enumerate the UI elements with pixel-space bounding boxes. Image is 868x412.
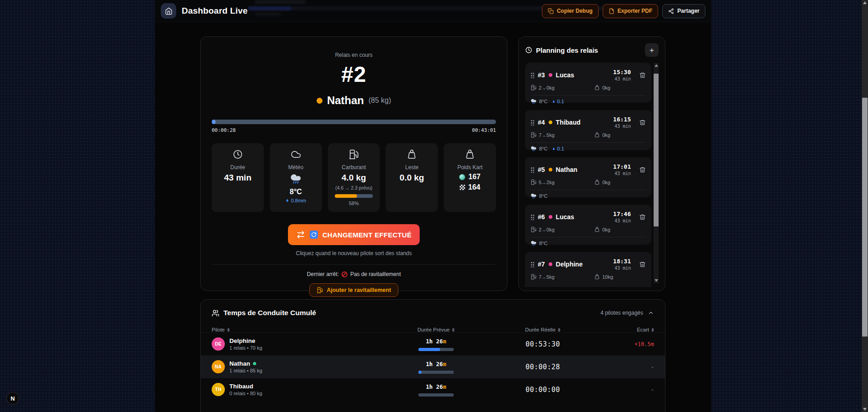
relay-duration: 43 min bbox=[613, 171, 631, 176]
add-refuel-button[interactable]: Ajouter le ravitaillement bbox=[309, 283, 398, 297]
droplet-icon bbox=[285, 198, 289, 203]
relay-rain: 0.1 bbox=[557, 99, 564, 104]
rain-cloud-icon bbox=[290, 173, 302, 185]
main-content: Relais en cours #2 Nathan (85 kg) 00:00:… bbox=[200, 36, 665, 412]
nextjs-logo: N bbox=[10, 395, 15, 402]
rain-cloud-icon bbox=[531, 98, 537, 105]
relay-temp: 8°C bbox=[539, 241, 547, 246]
clock-icon bbox=[525, 46, 532, 54]
column-planned[interactable]: Durée Prévue bbox=[391, 327, 481, 332]
export-pdf-label: Exporter PDF bbox=[618, 8, 653, 14]
fuel-forecast: (4.6 → 2.3 prévu) bbox=[331, 185, 377, 191]
delete-relay-button[interactable] bbox=[639, 166, 646, 173]
table-header: Pilote Durée Prévue Durée Réelle Écart bbox=[212, 327, 654, 332]
relay-temp: 8°C bbox=[539, 193, 547, 199]
scroll-up-arrow-icon[interactable] bbox=[863, 1, 867, 4]
users-icon bbox=[212, 309, 219, 317]
relay-ballast: 0kg bbox=[602, 132, 610, 138]
add-relay-button[interactable]: + bbox=[645, 43, 659, 57]
cumulative-time-card: Temps de Conduite Cumulé 4 pilotes engag… bbox=[200, 299, 665, 412]
planned-unit: m bbox=[443, 383, 446, 390]
ball-icon bbox=[459, 174, 465, 180]
relay-start-time: 17:01 bbox=[613, 163, 631, 170]
delete-relay-button[interactable] bbox=[639, 72, 646, 79]
sort-icon bbox=[227, 328, 230, 332]
live-indicator-dot bbox=[253, 362, 256, 365]
scroll-down-arrow-icon[interactable] bbox=[863, 408, 867, 411]
relay-start-time: 18:31 bbox=[613, 258, 631, 265]
delete-relay-button[interactable] bbox=[639, 214, 646, 221]
cycle-icon bbox=[310, 231, 318, 239]
section-title: Temps de Conduite Cumulé bbox=[223, 309, 316, 317]
avatar: DE bbox=[212, 337, 225, 351]
relay-number: #2 bbox=[212, 62, 496, 87]
divider bbox=[212, 264, 496, 265]
relay-number: #6 bbox=[538, 213, 545, 221]
relay-driver: Lucas bbox=[556, 71, 574, 79]
rain-cloud-icon bbox=[531, 240, 537, 246]
planned-progress-fill bbox=[418, 348, 440, 351]
pilot-sub: 1 relais • 85 kg bbox=[229, 368, 262, 373]
trash-icon bbox=[639, 72, 646, 79]
tile-poids-kart: Poids Kart 167 164 bbox=[444, 143, 496, 212]
relay-item: #7 Delphine 18:31 43 min 7→5kg 10kg bbox=[525, 252, 651, 287]
fuel-pump-icon bbox=[531, 274, 536, 280]
relay-item: #4 Thibaud 16:15 43 min 7→5kg 0kg bbox=[525, 110, 651, 150]
panel-scrollbar[interactable] bbox=[654, 63, 659, 283]
fuel-percent: 58% bbox=[331, 201, 377, 206]
cloud-icon bbox=[291, 149, 301, 160]
scroll-up-arrow-icon[interactable] bbox=[655, 64, 658, 67]
scrollbar-thumb[interactable] bbox=[654, 74, 659, 226]
column-pilot[interactable]: Pilote bbox=[212, 327, 391, 332]
drag-handle-icon[interactable] bbox=[531, 119, 534, 126]
content-column: Dashboard Live Copier Debug Exporter PDF… bbox=[155, 0, 711, 412]
table-row: DE Delphine 1 relais • 70 kg 1h 26m 00:5… bbox=[201, 332, 665, 355]
nextjs-dev-badge[interactable]: N bbox=[6, 392, 19, 405]
change-done-button[interactable]: CHANGEMENT EFFECTUÉ bbox=[288, 224, 420, 245]
table-row: NA Nathan 1 relais • 85 kg 1h 26m 00:00:… bbox=[201, 355, 665, 378]
drag-handle-icon[interactable] bbox=[531, 214, 534, 220]
column-actual[interactable]: Durée Réelle bbox=[481, 327, 604, 332]
relay-item: #5 Nathan 17:01 43 min 5→2kg 0kg bbox=[525, 157, 651, 197]
actual-duration: 00:53:30 bbox=[481, 340, 604, 348]
tile-duree: Durée 43 min bbox=[212, 143, 264, 212]
planned-unit: m bbox=[443, 338, 446, 345]
driver-color-dot bbox=[549, 262, 552, 266]
home-button[interactable] bbox=[161, 3, 176, 19]
gap-value: - bbox=[604, 387, 654, 393]
drag-handle-icon[interactable] bbox=[531, 166, 534, 173]
relay-ballast: 0kg bbox=[602, 227, 610, 232]
drag-handle-icon[interactable] bbox=[531, 72, 534, 78]
page-title: Dashboard Live bbox=[182, 6, 248, 16]
tile-label: Durée bbox=[214, 164, 261, 171]
relay-temp: 8°C bbox=[539, 146, 547, 151]
actual-duration: 00:00:28 bbox=[481, 363, 604, 371]
relay-item: #3 Lucas 15:30 43 min 2→0kg 0kg bbox=[525, 63, 651, 103]
last-stop-label: Dernier arrêt: bbox=[307, 271, 339, 277]
weight-minimum: 164 bbox=[468, 183, 481, 191]
avatar: NA bbox=[212, 360, 225, 373]
delete-relay-button[interactable] bbox=[639, 119, 646, 126]
browser-scrollbar[interactable] bbox=[862, 0, 868, 412]
fuel-gauge bbox=[335, 194, 373, 198]
current-driver-weight: (85 kg) bbox=[368, 96, 391, 105]
column-gap[interactable]: Écart bbox=[604, 327, 654, 332]
swap-arrows-icon bbox=[296, 230, 305, 239]
copy-debug-button[interactable]: Copier Debug bbox=[542, 4, 599, 18]
collapse-button[interactable] bbox=[648, 310, 654, 316]
scroll-down-arrow-icon[interactable] bbox=[655, 279, 658, 282]
scrollbar-thumb[interactable] bbox=[862, 98, 868, 337]
weight-icon bbox=[594, 274, 600, 280]
weight-icon bbox=[594, 85, 600, 90]
add-refuel-label: Ajouter le ravitaillement bbox=[327, 287, 391, 293]
pilot-name: Nathan bbox=[229, 360, 250, 367]
share-label: Partager bbox=[677, 8, 699, 14]
last-stop-value: Pas de ravitaillement bbox=[350, 271, 401, 277]
current-driver-name: Nathan bbox=[327, 94, 364, 107]
share-button[interactable]: Partager bbox=[662, 4, 705, 18]
delete-relay-button[interactable] bbox=[639, 261, 646, 268]
drag-handle-icon[interactable] bbox=[531, 261, 534, 267]
fuel-pump-icon bbox=[531, 85, 536, 90]
export-pdf-button[interactable]: Exporter PDF bbox=[603, 4, 659, 18]
planned-progress bbox=[418, 393, 454, 397]
